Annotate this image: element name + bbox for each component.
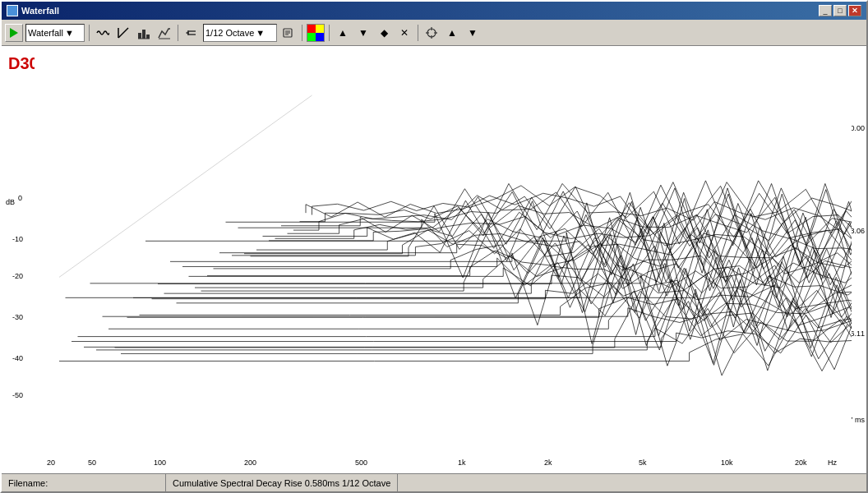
filename-section: Filename: (2, 474, 166, 491)
signal-button[interactable] (94, 24, 112, 42)
compress-button[interactable]: ✕ (395, 24, 413, 42)
minimize-button[interactable]: _ (819, 5, 832, 16)
y-label-30: -30 (12, 313, 23, 321)
maximize-button[interactable]: □ (833, 5, 847, 16)
equal-icon (185, 26, 198, 39)
content-area: D30 dB 0 -10 -20 -30 -40 -50 0.00 3.06 6… (2, 46, 866, 473)
line-icon (117, 26, 130, 39)
status-bar: Filename: Cumulative Spectral Decay Rise… (2, 473, 866, 491)
chevron-down-icon: ▼ (65, 28, 74, 38)
x-label-200: 200 (244, 458, 256, 467)
title-bar-left: Waterfall (7, 5, 59, 16)
svg-line-0 (118, 28, 128, 38)
edit-button[interactable] (279, 24, 298, 42)
waterfall-icon (7, 5, 18, 16)
separator-5 (418, 25, 418, 41)
x-label-5k: 5k (639, 458, 647, 467)
info-section: Cumulative Spectral Decay Rise 0.580ms 1… (166, 474, 398, 491)
equal-button[interactable] (182, 24, 201, 42)
svg-rect-4 (146, 35, 150, 39)
x-label-500: 500 (355, 458, 367, 467)
separator-3 (302, 25, 302, 41)
line-button[interactable] (114, 24, 132, 42)
y-label-10: -10 (12, 235, 23, 243)
x-label-hz: Hz (828, 458, 837, 467)
window-title: Waterfall (21, 6, 59, 16)
waterfall-dropdown[interactable]: Waterfall ▼ (25, 24, 85, 42)
svg-rect-2 (138, 33, 141, 39)
y-axis-label: dB (6, 198, 15, 206)
expand-button[interactable]: ◆ (375, 24, 393, 42)
x-label-50: 50 (88, 458, 96, 467)
up-button[interactable]: ▲ (334, 24, 352, 42)
pencil-icon (282, 26, 295, 39)
arrow-down2-button[interactable]: ▼ (464, 24, 482, 42)
wave-icon (96, 26, 109, 39)
separator-1 (89, 25, 90, 41)
right-label-0: 0.00 (850, 124, 865, 132)
y-label-0: 0 (18, 194, 22, 202)
octave-chevron-icon: ▼ (256, 28, 265, 38)
x-label-20k: 20k (795, 458, 807, 467)
filename-label: Filename: (8, 478, 48, 488)
down-button[interactable]: ▼ (354, 24, 372, 42)
right-label-306: 3.06 (850, 227, 865, 235)
chart2-icon (158, 26, 171, 39)
right-label-611: 6.11 (850, 329, 865, 338)
toolbar: Waterfall ▼ (2, 20, 866, 46)
y-label-20: -20 (12, 272, 23, 280)
info-label: Cumulative Spectral Decay Rise 0.580ms 1… (173, 478, 390, 488)
color-button[interactable] (307, 24, 325, 42)
separator-2 (178, 25, 178, 41)
chart2-button[interactable] (155, 24, 173, 42)
y-label-50: -50 (12, 391, 23, 399)
title-bar-buttons: _ □ ✕ (819, 5, 861, 16)
arrow-up2-button[interactable]: ▲ (443, 24, 461, 42)
y-label-40: -40 (12, 354, 23, 362)
crosshair-icon (425, 26, 438, 39)
x-label-1k: 1k (458, 458, 466, 467)
octave-dropdown[interactable]: 1/12 Octave ▼ (203, 24, 277, 42)
main-window: Waterfall _ □ ✕ Waterfall ▼ (0, 0, 868, 493)
title-bar: Waterfall _ □ ✕ (2, 2, 866, 20)
close-button[interactable]: ✕ (848, 5, 861, 16)
svg-rect-3 (142, 30, 145, 39)
chart-area: D30 dB 0 -10 -20 -30 -40 -50 0.00 3.06 6… (2, 46, 866, 473)
x-label-2k: 2k (544, 458, 552, 467)
chart1-button[interactable] (135, 24, 153, 42)
chart1-icon (137, 26, 150, 39)
play-icon (10, 28, 18, 38)
x-label-100: 100 (154, 458, 166, 467)
x-label-10k: 10k (721, 458, 733, 467)
separator-4 (329, 25, 330, 41)
waterfall-canvas (35, 46, 852, 450)
crosshair-button[interactable] (422, 24, 441, 42)
play-button[interactable] (5, 24, 23, 42)
x-label-20: 20 (47, 458, 55, 467)
